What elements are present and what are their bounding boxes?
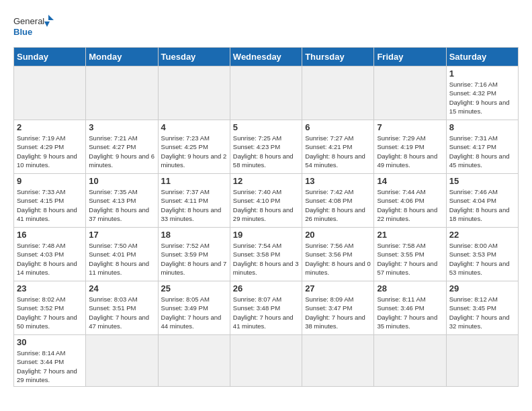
day-number: 28 bbox=[377, 283, 443, 293]
day-number: 16 bbox=[17, 230, 83, 240]
calendar-cell: 15Sunrise: 7:46 AM Sunset: 4:04 PM Dayli… bbox=[446, 174, 518, 228]
svg-text:Blue: Blue bbox=[13, 27, 32, 37]
calendar-cell: 19Sunrise: 7:54 AM Sunset: 3:58 PM Dayli… bbox=[230, 228, 302, 281]
day-info: Sunrise: 7:23 AM Sunset: 4:25 PM Dayligh… bbox=[161, 134, 227, 169]
day-info: Sunrise: 7:33 AM Sunset: 4:15 PM Dayligh… bbox=[17, 187, 83, 223]
calendar-header-row: SundayMondayTuesdayWednesdayThursdayFrid… bbox=[14, 48, 519, 66]
calendar-header-friday: Friday bbox=[374, 48, 446, 66]
calendar-cell: 17Sunrise: 7:50 AM Sunset: 4:01 PM Dayli… bbox=[86, 228, 158, 281]
calendar-week-1: 2Sunrise: 7:19 AM Sunset: 4:29 PM Daylig… bbox=[14, 120, 519, 174]
day-info: Sunrise: 7:48 AM Sunset: 4:03 PM Dayligh… bbox=[17, 241, 83, 277]
day-number: 1 bbox=[449, 68, 515, 79]
calendar-cell: 3Sunrise: 7:21 AM Sunset: 4:27 PM Daylig… bbox=[86, 120, 158, 174]
calendar-header-tuesday: Tuesday bbox=[158, 48, 230, 66]
calendar-cell: 28Sunrise: 8:11 AM Sunset: 3:46 PM Dayli… bbox=[374, 281, 446, 335]
calendar-cell: 23Sunrise: 8:02 AM Sunset: 3:52 PM Dayli… bbox=[14, 281, 86, 335]
calendar-cell: 22Sunrise: 8:00 AM Sunset: 3:53 PM Dayli… bbox=[446, 228, 518, 281]
calendar-cell: 16Sunrise: 7:48 AM Sunset: 4:03 PM Dayli… bbox=[14, 228, 86, 281]
generalblue-logo-icon: General Blue bbox=[13, 13, 54, 40]
day-number: 10 bbox=[89, 176, 154, 186]
calendar-cell bbox=[302, 66, 374, 120]
calendar-cell: 29Sunrise: 8:12 AM Sunset: 3:45 PM Dayli… bbox=[446, 281, 518, 335]
day-info: Sunrise: 7:31 AM Sunset: 4:17 PM Dayligh… bbox=[449, 134, 515, 169]
calendar-header-thursday: Thursday bbox=[302, 48, 374, 66]
day-info: Sunrise: 8:03 AM Sunset: 3:51 PM Dayligh… bbox=[89, 295, 154, 330]
calendar-cell: 12Sunrise: 7:40 AM Sunset: 4:10 PM Dayli… bbox=[230, 174, 302, 228]
day-info: Sunrise: 8:09 AM Sunset: 3:47 PM Dayligh… bbox=[305, 295, 371, 330]
day-number: 15 bbox=[449, 176, 515, 186]
calendar-cell: 21Sunrise: 7:58 AM Sunset: 3:55 PM Dayli… bbox=[374, 228, 446, 281]
day-info: Sunrise: 8:07 AM Sunset: 3:48 PM Dayligh… bbox=[233, 295, 299, 330]
calendar-cell bbox=[158, 66, 230, 120]
day-number: 23 bbox=[17, 283, 83, 293]
day-number: 12 bbox=[233, 176, 299, 186]
day-info: Sunrise: 8:02 AM Sunset: 3:52 PM Dayligh… bbox=[17, 295, 83, 330]
day-number: 8 bbox=[449, 122, 515, 132]
day-info: Sunrise: 7:29 AM Sunset: 4:19 PM Dayligh… bbox=[377, 134, 443, 169]
calendar-cell bbox=[374, 66, 446, 120]
calendar-cell bbox=[14, 66, 86, 120]
calendar-header-sunday: Sunday bbox=[14, 48, 86, 66]
day-number: 29 bbox=[449, 283, 515, 293]
calendar-cell: 6Sunrise: 7:27 AM Sunset: 4:21 PM Daylig… bbox=[302, 120, 374, 174]
day-info: Sunrise: 7:27 AM Sunset: 4:21 PM Dayligh… bbox=[305, 134, 371, 169]
day-info: Sunrise: 8:05 AM Sunset: 3:49 PM Dayligh… bbox=[161, 295, 227, 330]
day-info: Sunrise: 8:11 AM Sunset: 3:46 PM Dayligh… bbox=[377, 295, 443, 330]
day-info: Sunrise: 7:58 AM Sunset: 3:55 PM Dayligh… bbox=[377, 241, 443, 277]
svg-marker-2 bbox=[48, 15, 54, 20]
day-number: 5 bbox=[233, 122, 299, 132]
calendar-week-2: 9Sunrise: 7:33 AM Sunset: 4:15 PM Daylig… bbox=[14, 174, 519, 228]
day-number: 19 bbox=[233, 230, 299, 240]
logo: General Blue bbox=[13, 13, 54, 40]
calendar-cell: 26Sunrise: 8:07 AM Sunset: 3:48 PM Dayli… bbox=[230, 281, 302, 335]
day-number: 18 bbox=[161, 230, 227, 240]
calendar-cell: 9Sunrise: 7:33 AM Sunset: 4:15 PM Daylig… bbox=[14, 174, 86, 228]
day-number: 9 bbox=[17, 176, 83, 186]
day-info: Sunrise: 7:56 AM Sunset: 3:56 PM Dayligh… bbox=[305, 241, 371, 277]
calendar-cell: 7Sunrise: 7:29 AM Sunset: 4:19 PM Daylig… bbox=[374, 120, 446, 174]
calendar-cell: 13Sunrise: 7:42 AM Sunset: 4:08 PM Dayli… bbox=[302, 174, 374, 228]
calendar-week-4: 23Sunrise: 8:02 AM Sunset: 3:52 PM Dayli… bbox=[14, 281, 519, 335]
calendar-cell: 27Sunrise: 8:09 AM Sunset: 3:47 PM Dayli… bbox=[302, 281, 374, 335]
calendar-cell bbox=[86, 66, 158, 120]
day-number: 20 bbox=[305, 230, 371, 240]
calendar-cell bbox=[158, 335, 230, 387]
calendar-cell bbox=[230, 66, 302, 120]
day-number: 21 bbox=[377, 230, 443, 240]
calendar-table: SundayMondayTuesdayWednesdayThursdayFrid… bbox=[13, 47, 519, 387]
day-info: Sunrise: 7:40 AM Sunset: 4:10 PM Dayligh… bbox=[233, 187, 299, 223]
day-info: Sunrise: 7:52 AM Sunset: 3:59 PM Dayligh… bbox=[161, 241, 227, 277]
calendar-header-wednesday: Wednesday bbox=[230, 48, 302, 66]
calendar-cell bbox=[86, 335, 158, 387]
day-number: 13 bbox=[305, 176, 371, 186]
calendar-cell bbox=[374, 335, 446, 387]
day-number: 11 bbox=[161, 176, 227, 186]
calendar-cell bbox=[446, 335, 518, 387]
day-number: 27 bbox=[305, 283, 371, 293]
day-info: Sunrise: 7:16 AM Sunset: 4:32 PM Dayligh… bbox=[449, 80, 515, 116]
day-number: 17 bbox=[89, 230, 154, 240]
calendar-cell bbox=[302, 335, 374, 387]
calendar-cell: 11Sunrise: 7:37 AM Sunset: 4:11 PM Dayli… bbox=[158, 174, 230, 228]
day-info: Sunrise: 7:37 AM Sunset: 4:11 PM Dayligh… bbox=[161, 187, 227, 223]
calendar-week-3: 16Sunrise: 7:48 AM Sunset: 4:03 PM Dayli… bbox=[14, 228, 519, 281]
day-number: 25 bbox=[161, 283, 227, 293]
calendar-cell: 10Sunrise: 7:35 AM Sunset: 4:13 PM Dayli… bbox=[86, 174, 158, 228]
day-info: Sunrise: 7:46 AM Sunset: 4:04 PM Dayligh… bbox=[449, 187, 515, 223]
calendar-header-saturday: Saturday bbox=[446, 48, 518, 66]
calendar-cell: 24Sunrise: 8:03 AM Sunset: 3:51 PM Dayli… bbox=[86, 281, 158, 335]
day-info: Sunrise: 7:19 AM Sunset: 4:29 PM Dayligh… bbox=[17, 134, 83, 169]
day-number: 4 bbox=[161, 122, 227, 132]
svg-marker-3 bbox=[44, 21, 50, 27]
day-info: Sunrise: 7:42 AM Sunset: 4:08 PM Dayligh… bbox=[305, 187, 371, 223]
page: General Blue SundayMondayTuesdayWednesda… bbox=[0, 0, 532, 394]
day-info: Sunrise: 7:44 AM Sunset: 4:06 PM Dayligh… bbox=[377, 187, 443, 223]
calendar-cell: 14Sunrise: 7:44 AM Sunset: 4:06 PM Dayli… bbox=[374, 174, 446, 228]
day-number: 6 bbox=[305, 122, 371, 132]
calendar-cell: 30Sunrise: 8:14 AM Sunset: 3:44 PM Dayli… bbox=[14, 335, 86, 387]
day-info: Sunrise: 8:00 AM Sunset: 3:53 PM Dayligh… bbox=[449, 241, 515, 277]
calendar-cell: 25Sunrise: 8:05 AM Sunset: 3:49 PM Dayli… bbox=[158, 281, 230, 335]
day-info: Sunrise: 7:50 AM Sunset: 4:01 PM Dayligh… bbox=[89, 241, 154, 277]
calendar-cell: 8Sunrise: 7:31 AM Sunset: 4:17 PM Daylig… bbox=[446, 120, 518, 174]
day-number: 30 bbox=[17, 337, 83, 347]
